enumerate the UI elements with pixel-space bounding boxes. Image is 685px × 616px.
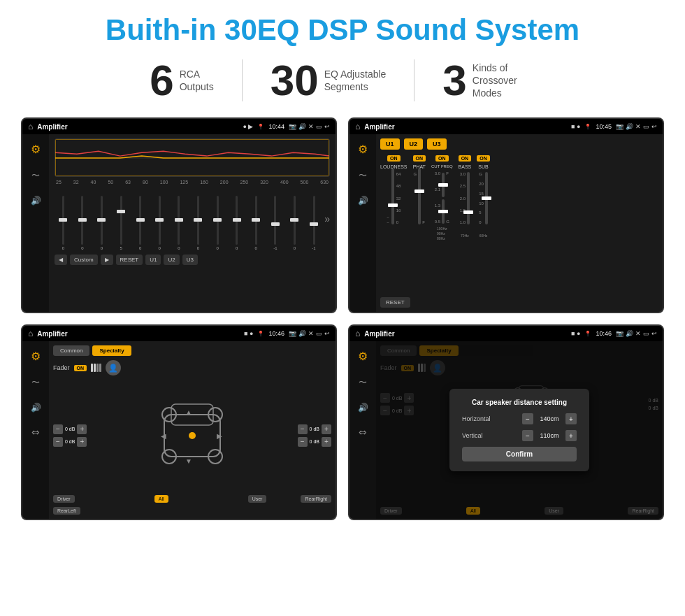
vertical-plus-btn[interactable]: + <box>565 430 577 441</box>
speaker-icon-3[interactable]: 🔊 <box>31 403 41 413</box>
vol-fr-value: 0 dB <box>310 427 319 431</box>
vol-rl-minus[interactable]: − <box>53 437 63 447</box>
common-tab[interactable]: Common <box>53 345 89 356</box>
loudness-col: ON LOUDNESS ~ ~ <box>380 155 408 224</box>
status-icons-4: 📷 🔊 ✕ ▭ ↩ <box>616 330 657 337</box>
eq-u1-btn[interactable]: U1 <box>145 255 161 265</box>
vol-fr-minus[interactable]: − <box>298 424 308 434</box>
wave-icon-2[interactable]: 〜 <box>359 170 367 182</box>
screen3-sidebar: ⚙ 〜 🔊 ⇔ <box>22 341 49 519</box>
eq-icon[interactable]: ⚙ <box>31 143 41 156</box>
svg-text:▶: ▶ <box>217 432 222 440</box>
horizontal-plus-btn[interactable]: + <box>565 413 577 424</box>
wave-icon-3[interactable]: 〜 <box>31 377 40 389</box>
vertical-minus-btn[interactable]: − <box>522 430 533 441</box>
vol-row-rl: − 0 dB + <box>53 437 87 447</box>
horizontal-minus-btn[interactable]: − <box>522 413 533 424</box>
eq-reset-btn[interactable]: RESET <box>116 255 143 265</box>
eq-freq-labels: 2532 4050 6380 100125 160200 250320 4005… <box>55 180 330 185</box>
sub-col: ON SUB G 20 15 10 5 0 <box>477 155 490 240</box>
arrows-icon-4[interactable]: ⇔ <box>359 427 367 438</box>
bass-on: ON <box>459 155 472 162</box>
all-btn[interactable]: All <box>154 495 168 503</box>
eq-bottom-bar: ◀ Custom ▶ RESET U1 U2 U3 <box>55 255 330 265</box>
location-icon-1: 📍 <box>257 124 264 130</box>
eq-u2-btn[interactable]: U2 <box>164 255 179 265</box>
eq-arrow[interactable]: » <box>324 213 330 224</box>
svg-point-9 <box>189 432 196 439</box>
eq-slider-10: 0 <box>247 196 265 250</box>
bass-slider[interactable] <box>467 172 470 224</box>
eq-prev-btn[interactable]: ◀ <box>55 255 67 265</box>
user-icon[interactable]: 👤 <box>106 360 121 375</box>
dialog-overlay: Car speaker distance setting Horizontal … <box>376 341 663 519</box>
cutfreq-slider-g[interactable] <box>442 199 445 224</box>
u3-preset[interactable]: U3 <box>427 138 447 150</box>
eq-icon-2[interactable]: ⚙ <box>358 143 368 156</box>
speaker-icon[interactable]: 🔊 <box>31 196 41 206</box>
screenshot-amp: ⌂ Amplifier ■ ● 📍 10:45 📷 🔊 ✕ ▭ ↩ ⚙ 〜 🔊 <box>348 117 664 313</box>
vol-fl-minus[interactable]: − <box>53 424 63 434</box>
stat-eq-label: EQ AdjustableSegments <box>324 68 387 93</box>
speaker-icon-4[interactable]: 🔊 <box>358 403 368 413</box>
cutfreq-on: ON <box>435 155 449 162</box>
loudness-slider[interactable] <box>391 169 394 224</box>
cutfreq-label: CUT FREQ <box>431 164 453 169</box>
horizontal-label: Horizontal <box>462 415 491 422</box>
vol-row-fl: − 0 dB + <box>53 424 87 434</box>
screen4-main: Common Specialty Fader ON 👤 <box>376 341 663 519</box>
u1-preset[interactable]: U1 <box>380 138 400 150</box>
vol-rl-plus[interactable]: + <box>77 437 87 447</box>
bass-col: ON BASS 3.0 2.5 2.0 1.5 1.0 <box>459 155 472 240</box>
eq-slider-11: -1 <box>267 196 284 250</box>
wave-icon[interactable]: 〜 <box>31 170 40 182</box>
status-bar-4: ⌂ Amplifier ■ ● 📍 10:46 📷 🔊 ✕ ▭ ↩ <box>349 326 663 341</box>
stat-rca: 6 RCAOutputs <box>122 59 242 102</box>
home-icon-2: ⌂ <box>355 122 360 131</box>
eq-u3-btn[interactable]: U3 <box>182 255 198 265</box>
status-icons-3: 📷 🔊 ✕ ▭ ↩ <box>289 330 330 337</box>
eq-slider-3: 5 <box>113 196 130 250</box>
rearright-btn[interactable]: RearRight <box>301 495 331 503</box>
arrows-icon-3[interactable]: ⇔ <box>31 427 40 438</box>
status-time-3: 10:46 <box>268 330 284 337</box>
eq-custom-btn[interactable]: Custom <box>70 255 98 265</box>
amp2-reset-btn[interactable]: RESET <box>380 297 410 308</box>
status-title-4: Amplifier <box>364 330 567 338</box>
rearleft-btn[interactable]: RearLeft <box>53 507 80 515</box>
phat-on: ON <box>413 155 426 162</box>
driver-btn[interactable]: Driver <box>53 495 75 503</box>
confirm-button[interactable]: Confirm <box>462 447 577 461</box>
status-time-1: 10:44 <box>268 123 284 130</box>
vol-fl-plus[interactable]: + <box>77 424 87 434</box>
vol-icon-1: 🔊 <box>298 123 306 130</box>
vol-rr-plus[interactable]: + <box>322 437 331 447</box>
cutfreq-slider-f[interactable] <box>442 173 445 197</box>
vol-rr-minus[interactable]: − <box>298 437 308 447</box>
svg-text:◀: ◀ <box>161 432 166 440</box>
right-volume-col: − 0 dB + − 0 dB + <box>298 424 331 447</box>
horizontal-value: 140cm <box>536 415 563 422</box>
wave-icon-4[interactable]: 〜 <box>359 377 367 389</box>
eq-slider-5: 0 <box>151 196 168 250</box>
eq-icon-4[interactable]: ⚙ <box>358 350 368 363</box>
eq-play-btn[interactable]: ▶ <box>101 255 113 265</box>
screenshots-grid: ⌂ Amplifier ● ▶ 📍 10:44 📷 🔊 ✕ ▭ ↩ ⚙ 〜 🔊 <box>21 117 664 520</box>
status-title-1: Amplifier <box>37 123 238 131</box>
location-icon-2: 📍 <box>584 124 591 130</box>
eq-main: 2532 4050 6380 100125 160200 250320 4005… <box>49 134 336 312</box>
u2-preset[interactable]: U2 <box>404 138 424 150</box>
stat-rca-number: 6 <box>150 59 173 102</box>
home-icon-4: ⌂ <box>355 329 360 338</box>
dialog-vertical-row: Vertical − 110cm + <box>462 430 577 441</box>
speaker-icon-2[interactable]: 🔊 <box>358 196 368 206</box>
sub-slider[interactable] <box>485 172 488 224</box>
eq-icon-3[interactable]: ⚙ <box>31 350 41 363</box>
status-icons-2: 📷 🔊 ✕ ▭ ↩ <box>616 123 657 130</box>
vol-fr-plus[interactable]: + <box>322 424 331 434</box>
stat-crossover-label: Kinds ofCrossover Modes <box>473 62 535 100</box>
stat-crossover: 3 Kinds ofCrossover Modes <box>414 59 563 102</box>
phat-slider[interactable] <box>418 169 421 224</box>
specialty-tab[interactable]: Specialty <box>92 345 131 356</box>
user-btn[interactable]: User <box>248 495 267 503</box>
